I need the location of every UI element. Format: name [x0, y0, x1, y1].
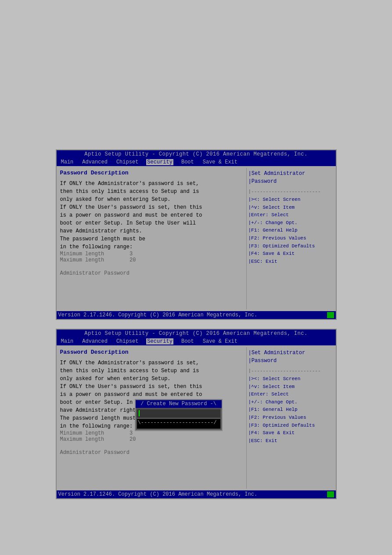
bios-content-2: Password Description If ONLY the Adminis…: [57, 345, 336, 490]
bios-content-1: Password Description If ONLY the Adminis…: [57, 166, 336, 311]
create-password-dialog[interactable]: / Create New Password -\ \--------------…: [135, 399, 223, 431]
left-panel-1: Password Description If ONLY the Adminis…: [58, 168, 245, 309]
dialog-placeholder: \-----------------------/: [138, 420, 217, 426]
menu-advanced-2[interactable]: Advanced: [81, 338, 108, 345]
help-text-2: |><: Select Screen |^v: Select Item |Ent…: [248, 375, 332, 445]
title-bar-2: Aptio Setup Utility - Copyright (C) 2016…: [57, 330, 336, 337]
max-length-row-1: Maximum length 20: [60, 257, 243, 263]
title-bar-1: Aptio Setup Utility - Copyright (C) 2016…: [57, 150, 336, 158]
menu-main-1[interactable]: Main: [60, 159, 75, 165]
set-admin-label-1: |Set Administrator |Password: [248, 170, 332, 185]
admin-password-2[interactable]: Administrator Password: [60, 450, 243, 456]
menu-bar-1[interactable]: Main Advanced Chipset Security Boot Save…: [57, 158, 336, 166]
set-admin-label-2: |Set Administrator |Password: [248, 349, 332, 365]
dialog-underline: \-----------------------/: [137, 419, 220, 428]
menu-boot-2[interactable]: Boot: [180, 338, 195, 345]
description-1: If ONLY the Administrator's password is …: [60, 180, 243, 251]
menu-save-exit-1[interactable]: Save & Exit: [202, 159, 238, 165]
title-text-2: Aptio Setup Utility - Copyright (C) 2016…: [84, 330, 307, 337]
max-length-row-2: Maximum length 20: [60, 436, 243, 443]
menu-save-exit-2[interactable]: Save & Exit: [202, 338, 238, 345]
help-divider-2: |------------------------: [248, 368, 332, 374]
footer-indicator-1: [327, 312, 334, 318]
right-panel-2: |Set Administrator |Password |----------…: [246, 347, 334, 489]
footer-text-1: Version 2.17.1246. Copyright (C) 2016 Am…: [58, 312, 258, 318]
footer-text-2: Version 2.17.1246. Copyright (C) 2016 Am…: [58, 491, 258, 497]
help-section-1: |------------------------ |><: Select Sc…: [248, 189, 332, 265]
right-panel-1: |Set Administrator |Password |----------…: [246, 168, 334, 309]
dialog-cursor: [139, 410, 140, 417]
footer-1: Version 2.17.1246. Copyright (C) 2016 Am…: [57, 311, 336, 319]
help-divider-1: |------------------------: [248, 189, 332, 194]
help-text-1: |><: Select Screen |^v: Select Item |Ent…: [248, 196, 332, 265]
min-length-row-1: Minimum length 3: [60, 251, 243, 257]
footer-indicator-2: [327, 491, 334, 497]
dialog-title: / Create New Password -\: [136, 400, 222, 408]
menu-advanced-1[interactable]: Advanced: [81, 159, 108, 165]
help-section-2: |------------------------ |><: Select Sc…: [248, 368, 332, 445]
menu-security-2[interactable]: Security: [146, 338, 173, 345]
footer-2: Version 2.17.1246. Copyright (C) 2016 Am…: [57, 490, 336, 498]
admin-password-1[interactable]: Administrator Password: [60, 270, 243, 276]
menu-chipset-2[interactable]: Chipset: [115, 338, 139, 345]
bios-screen-2: Aptio Setup Utility - Copyright (C) 2016…: [56, 329, 337, 499]
menu-chipset-1[interactable]: Chipset: [115, 159, 139, 165]
panel-title-2: Password Description: [60, 349, 243, 355]
bios-screen-1: Aptio Setup Utility - Copyright (C) 2016…: [56, 149, 337, 320]
menu-bar-2[interactable]: Main Advanced Chipset Security Boot Save…: [57, 337, 336, 345]
menu-main-2[interactable]: Main: [60, 338, 75, 345]
title-text-1: Aptio Setup Utility - Copyright (C) 2016…: [84, 151, 307, 157]
dialog-input-row[interactable]: [137, 410, 220, 417]
menu-security-1[interactable]: Security: [146, 159, 173, 165]
min-length-row-2: Minimum length 3: [60, 430, 243, 436]
panel-title-1: Password Description: [60, 170, 243, 176]
menu-boot-1[interactable]: Boot: [180, 159, 195, 165]
